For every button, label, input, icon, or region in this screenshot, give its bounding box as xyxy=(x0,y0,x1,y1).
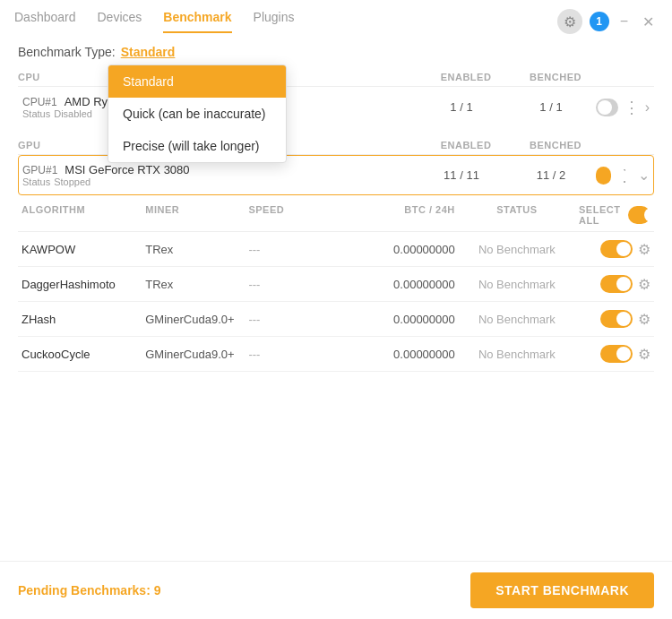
gpu-collapse-icon[interactable]: ⌄ xyxy=(638,167,650,184)
cpu-status-label: Status xyxy=(22,108,50,119)
settings-icon[interactable]: ⚙ xyxy=(557,9,582,34)
tab-benchmark[interactable]: Benchmark xyxy=(163,10,231,33)
gpu-col-enabled: ENABLED xyxy=(421,140,511,150)
notification-badge[interactable]: 1 xyxy=(590,12,609,31)
app-window: Dashboard Devices Benchmark Plugins ⚙ 1 … xyxy=(0,0,672,619)
algo-toggle-kawpow[interactable] xyxy=(600,240,633,258)
algo-settings-zhash-icon[interactable]: ⚙ xyxy=(638,311,650,328)
algo-col-btc: BTC / 24H xyxy=(332,204,455,226)
algo-status-zhash: No Benchmark xyxy=(455,313,579,326)
cpu-benched-count: 1 / 1 xyxy=(506,100,596,114)
title-bar: Dashboard Devices Benchmark Plugins ⚙ 1 … xyxy=(0,0,672,34)
algo-status-dagger: No Benchmark xyxy=(455,278,579,291)
select-all-toggle[interactable] xyxy=(628,206,650,224)
algo-controls-cuckoo: ⚙ xyxy=(579,345,650,363)
algo-miner-dagger: TRex xyxy=(145,278,248,291)
algo-speed-kawpow: --- xyxy=(248,243,331,256)
pending-benchmarks-text: Pending Benchmarks: 9 xyxy=(18,583,161,598)
cpu-device-actions: ⋮ › xyxy=(596,98,650,117)
cpu-col-enabled: ENABLED xyxy=(421,72,511,82)
cpu-col-benched: BENCHED xyxy=(511,72,600,82)
tab-plugins[interactable]: Plugins xyxy=(254,10,295,33)
algo-toggle-zhash[interactable] xyxy=(600,310,633,328)
algo-status-kawpow: No Benchmark xyxy=(455,243,579,256)
gpu-col-benched: BENCHED xyxy=(511,140,600,150)
benchmark-type-row: Benchmark Type: Standard Standard Quick … xyxy=(18,45,654,59)
algo-settings-kawpow-icon[interactable]: ⚙ xyxy=(638,241,650,258)
nav-tabs: Dashboard Devices Benchmark Plugins xyxy=(14,10,294,33)
algo-btc-zhash: 0.00000000 xyxy=(332,313,455,326)
tab-devices[interactable]: Devices xyxy=(98,10,142,33)
algo-btc-dagger: 0.00000000 xyxy=(332,278,455,291)
algo-controls-zhash: ⚙ xyxy=(579,310,650,328)
algo-toggle-dagger[interactable] xyxy=(600,275,633,293)
algo-speed-zhash: --- xyxy=(248,313,331,326)
algo-btc-kawpow: 0.00000000 xyxy=(332,243,455,256)
algo-name-kawpow: KAWPOW xyxy=(22,243,145,256)
cpu-toggle[interactable] xyxy=(596,99,618,116)
algo-col-algorithm: ALGORITHM xyxy=(22,204,145,226)
algo-speed-cuckoo: --- xyxy=(248,348,331,361)
start-benchmark-button[interactable]: START BENCHMARK xyxy=(470,572,654,608)
gpu-device-actions: ⋮ ⌄ xyxy=(596,166,650,185)
dropdown-item-quick[interactable]: Quick (can be inaccurate) xyxy=(108,98,286,130)
footer: Pending Benchmarks: 9 START BENCHMARK xyxy=(0,561,672,619)
algo-toggle-cuckoo[interactable] xyxy=(600,345,633,363)
algo-col-speed: SPEED xyxy=(248,204,331,226)
algo-status-cuckoo: No Benchmark xyxy=(455,348,579,361)
title-icons: ⚙ 1 − ✕ xyxy=(557,9,658,34)
algo-name-cuckoo: CuckooCycle xyxy=(22,348,145,361)
algo-settings-dagger-icon[interactable]: ⚙ xyxy=(638,276,650,293)
benchmark-type-value[interactable]: Standard xyxy=(121,45,176,59)
algo-row-dagger: DaggerHashimoto TRex --- 0.00000000 No B… xyxy=(18,267,654,302)
benchmark-type-label: Benchmark Type: xyxy=(18,45,116,59)
algo-miner-kawpow: TRex xyxy=(145,243,248,256)
content-area: Benchmark Type: Standard Standard Quick … xyxy=(0,34,672,561)
dropdown-item-standard[interactable]: Standard xyxy=(108,65,286,98)
gpu-status-label: Status xyxy=(22,176,50,187)
gpu-toggle[interactable] xyxy=(596,167,611,185)
cpu-more-options-icon[interactable]: ⋮ xyxy=(622,98,642,117)
gpu-device-info: GPU#1 MSI GeForce RTX 3080 Status Stoppe… xyxy=(22,163,417,187)
tab-dashboard[interactable]: Dashboard xyxy=(14,10,76,33)
algo-miner-zhash: GMinerCuda9.0+ xyxy=(145,313,248,326)
algo-settings-cuckoo-icon[interactable]: ⚙ xyxy=(638,346,650,363)
algo-col-miner: MINER xyxy=(145,204,248,226)
cpu-status-value: Disabled xyxy=(54,108,92,119)
gpu-device-id: GPU#1 xyxy=(22,164,57,176)
algo-speed-dagger: --- xyxy=(248,278,331,291)
gpu-device-name: MSI GeForce RTX 3080 xyxy=(65,163,189,176)
gpu-benched-count: 11 / 2 xyxy=(506,168,596,182)
dropdown-item-precise[interactable]: Precise (will take longer) xyxy=(108,130,286,162)
algo-miner-cuckoo: GMinerCuda9.0+ xyxy=(145,348,248,361)
algo-col-status: STATUS xyxy=(455,204,579,226)
algo-col-select: SELECT ALL xyxy=(579,204,650,226)
cpu-device-id: CPU#1 xyxy=(22,96,57,108)
gpu-status-value: Stopped xyxy=(54,176,90,187)
algo-row-zhash: ZHash GMinerCuda9.0+ --- 0.00000000 No B… xyxy=(18,302,654,337)
algo-header: ALGORITHM MINER SPEED BTC / 24H STATUS S… xyxy=(18,199,654,232)
algo-row-cuckoo: CuckooCycle GMinerCuda9.0+ --- 0.0000000… xyxy=(18,337,654,372)
cpu-enabled-count: 1 / 1 xyxy=(417,100,506,114)
algo-controls-dagger: ⚙ xyxy=(579,275,650,293)
algo-name-zhash: ZHash xyxy=(22,313,145,326)
algo-btc-cuckoo: 0.00000000 xyxy=(332,348,455,361)
algo-row-kawpow: KAWPOW TRex --- 0.00000000 No Benchmark … xyxy=(18,232,654,267)
select-all-label: SELECT ALL xyxy=(579,204,623,226)
algo-controls-kawpow: ⚙ xyxy=(579,240,650,258)
algo-name-dagger: DaggerHashimoto xyxy=(22,278,145,291)
gpu-section: GPU ENABLED BENCHED GPU#1 MSI GeForce RT… xyxy=(18,136,654,372)
benchmark-type-dropdown: Standard Quick (can be inaccurate) Preci… xyxy=(108,64,287,163)
gpu-enabled-count: 11 / 11 xyxy=(417,168,506,182)
minimize-icon[interactable]: − xyxy=(616,12,632,31)
cpu-expand-icon[interactable]: › xyxy=(645,99,650,116)
algo-table: ALGORITHM MINER SPEED BTC / 24H STATUS S… xyxy=(18,199,654,372)
close-icon[interactable]: ✕ xyxy=(639,12,658,32)
